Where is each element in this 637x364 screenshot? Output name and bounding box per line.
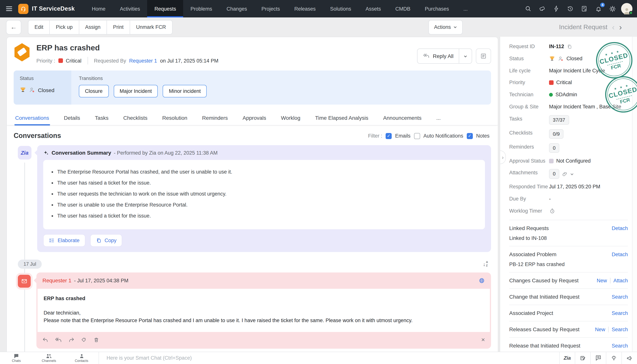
headset-logo-icon (18, 4, 29, 14)
status-value: Closed (566, 55, 582, 63)
associated-problem-detail[interactable]: PB-12 ERP has crashed (509, 262, 628, 267)
previous-request-icon[interactable] (612, 23, 615, 31)
search-link[interactable]: Search (608, 326, 628, 332)
transition-major-incident-button[interactable]: Major Incident (114, 85, 158, 98)
email-sender[interactable]: Requester 1 (43, 278, 72, 284)
email-text: Please note that the Enterprise Resource… (44, 317, 484, 324)
checklists-count-badge[interactable]: 0/9 (549, 129, 563, 139)
tab-more[interactable]: ... (435, 112, 441, 125)
app-brand[interactable]: IT ServiceDesk (18, 0, 85, 18)
delete-trash-icon[interactable] (93, 337, 99, 343)
notes-button[interactable] (476, 48, 491, 64)
linked-request-detail[interactable]: Linked to IN-108 (509, 235, 628, 241)
copy-summary-button[interactable]: Copy (90, 234, 122, 246)
contacts-button[interactable]: Contacts (65, 352, 98, 364)
tab-worklog[interactable]: Worklog (280, 112, 301, 125)
new-link[interactable]: New (595, 326, 605, 332)
back-button[interactable] (6, 20, 21, 34)
tasks-count-badge[interactable]: 37/37 (549, 115, 569, 125)
zia-button[interactable]: Zia (559, 352, 575, 364)
chats-button[interactable]: Chats (0, 352, 33, 364)
reply-options-dropdown[interactable] (459, 49, 472, 63)
reminders-count-badge[interactable]: 0 (549, 143, 559, 153)
requester-link[interactable]: Requester 1 (129, 58, 157, 64)
nav-item-solutions[interactable]: Solutions (323, 0, 358, 18)
print-button[interactable]: Print (107, 20, 130, 34)
user-avatar[interactable] (621, 3, 632, 14)
nav-item-more[interactable]: ... (456, 0, 475, 18)
tab-conversations[interactable]: Conversations (15, 112, 50, 125)
nav-item-changes[interactable]: Changes (219, 0, 254, 18)
tips-bulb-button[interactable] (606, 352, 621, 364)
chevron-down-icon[interactable] (570, 172, 574, 176)
new-link[interactable]: New (597, 278, 607, 283)
nav-item-cmdb[interactable]: CMDB (388, 0, 418, 18)
search-link[interactable]: Search (611, 294, 628, 300)
actions-dropdown-button[interactable]: Actions (428, 20, 463, 34)
auto-notifications-checkbox[interactable] (414, 133, 420, 139)
nav-item-assets[interactable]: Assets (358, 0, 388, 18)
quick-actions-lightning-icon[interactable] (551, 4, 561, 14)
edit-button[interactable]: Edit (28, 20, 50, 34)
email-greeting: Dear technician, (44, 309, 484, 317)
tab-time-elapsed-analysis[interactable]: Time Elapsed Analysis (314, 112, 369, 125)
nav-item-activities[interactable]: Activities (113, 0, 147, 18)
email-header[interactable]: Requester 1 - Jul 17, 2025 04:38 PM (37, 272, 491, 288)
nav-item-problems[interactable]: Problems (183, 0, 219, 18)
emails-checkbox[interactable] (386, 133, 392, 139)
tab-announcements[interactable]: Announcements (382, 112, 422, 125)
stamp-fcr-text: FCR (616, 95, 633, 105)
tab-details[interactable]: Details (63, 112, 81, 125)
new-ticket-icon[interactable] (537, 4, 547, 14)
globe-icon[interactable] (478, 277, 485, 284)
nav-item-projects[interactable]: Projects (254, 0, 287, 18)
transition-minor-incident-button[interactable]: Minor incident (163, 85, 207, 98)
elaborate-button[interactable]: Elaborate (43, 234, 85, 246)
forward-icon[interactable] (68, 337, 74, 343)
nav-item-purchases[interactable]: Purchases (418, 0, 456, 18)
reply-all-button[interactable]: Reply All (417, 49, 459, 63)
search-link[interactable]: Search (611, 310, 628, 316)
notes-checkbox[interactable] (467, 133, 473, 139)
copy-icon[interactable] (567, 44, 572, 49)
collapse-email-icon[interactable] (481, 336, 485, 344)
paperclip-icon[interactable] (562, 171, 568, 177)
comment-button[interactable] (590, 352, 606, 364)
nav-item-requests[interactable]: Requests (147, 0, 183, 18)
tab-resolution[interactable]: Resolution (162, 112, 188, 125)
reply-all-icon[interactable] (55, 337, 62, 343)
tab-checklists[interactable]: Checklists (123, 112, 148, 125)
tab-tasks[interactable]: Tasks (94, 112, 109, 125)
pickup-button[interactable]: Pick up (50, 20, 79, 34)
tab-reminders[interactable]: Reminders (201, 112, 228, 125)
nav-item-releases[interactable]: Releases (287, 0, 323, 18)
stopwatch-icon[interactable] (549, 208, 555, 214)
hamburger-menu-icon[interactable] (0, 0, 18, 18)
tag-icon[interactable] (81, 337, 87, 343)
trophy-icon (20, 87, 26, 93)
channels-button[interactable]: Channels (33, 352, 65, 364)
transition-closure-button[interactable]: Closure (79, 85, 109, 98)
sort-order-icon[interactable]: AZ (483, 261, 488, 267)
search-link[interactable]: Search (611, 343, 628, 348)
next-request-icon[interactable] (619, 23, 622, 31)
toolbar-button-group: Edit Pick up Assign Print Unmark FCR (28, 20, 172, 34)
unmark-fcr-button[interactable]: Unmark FCR (130, 20, 173, 34)
attachments-count-badge[interactable]: 0 (549, 169, 559, 179)
detach-link[interactable]: Detach (611, 225, 628, 231)
email-avatar-icon (18, 274, 31, 288)
feedback-form-icon[interactable] (579, 4, 589, 14)
notes-edit-button[interactable] (575, 352, 590, 364)
nav-item-home[interactable]: Home (85, 0, 113, 18)
history-icon[interactable] (565, 4, 575, 14)
detach-link[interactable]: Detach (611, 252, 628, 257)
settings-gear-icon[interactable] (607, 4, 618, 14)
tab-approvals[interactable]: Approvals (242, 112, 267, 125)
assign-button[interactable]: Assign (79, 20, 107, 34)
smart-chat-input[interactable]: Here is your Smart Chat (Ctrl+Space) (100, 352, 559, 364)
notifications-bell-icon[interactable]: 4 (593, 4, 604, 14)
search-icon[interactable] (523, 4, 533, 14)
announcements-megaphone-button[interactable] (621, 352, 637, 364)
attach-link[interactable]: Attach (610, 278, 628, 283)
reply-icon[interactable] (43, 337, 49, 343)
